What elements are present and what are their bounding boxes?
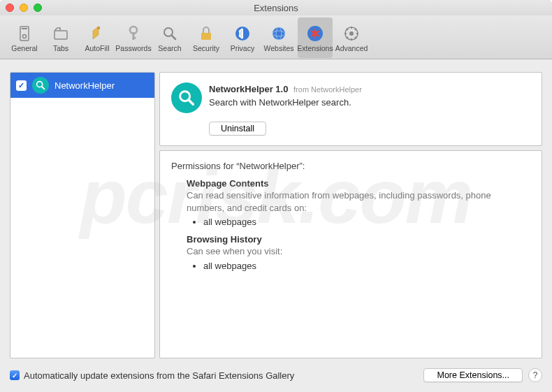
- permission-description: Can read sensitive information from webp…: [187, 189, 530, 214]
- svg-line-24: [347, 29, 348, 30]
- toolbar-label: AutoFill: [85, 44, 109, 52]
- window-title: Extensions: [0, 3, 552, 13]
- auto-update-checkbox-row[interactable]: ✓ Automatically update extensions from t…: [10, 370, 294, 381]
- extension-title: NetworkHelper 1.0: [209, 84, 288, 94]
- panels: ✓ NetworkHelper NetworkHelper 1.0: [10, 72, 542, 358]
- svg-line-25: [355, 37, 356, 38]
- preferences-window: Extensions General Tabs AutoFill Passwor…: [0, 0, 552, 392]
- extension-from: from NetworkHelper: [293, 85, 362, 94]
- security-icon: [196, 24, 216, 43]
- autofill-icon: [87, 24, 107, 43]
- svg-line-29: [42, 87, 44, 89]
- toolbar-label: Privacy: [231, 44, 254, 52]
- permission-description: Can see when you visit:: [187, 245, 530, 258]
- toolbar-label: Websites: [264, 44, 294, 52]
- general-icon: [15, 24, 34, 43]
- toolbar-security[interactable]: Security: [189, 17, 224, 58]
- help-button[interactable]: ?: [528, 368, 542, 382]
- permission-heading: Webpage Contents: [187, 178, 530, 189]
- svg-rect-7: [133, 37, 136, 39]
- permission-section-webpage-contents: Webpage Contents Can read sensitive info…: [187, 178, 530, 227]
- permission-list-item: all webpages: [203, 217, 530, 227]
- toolbar-autofill[interactable]: AutoFill: [80, 17, 115, 58]
- toolbar-websites[interactable]: Websites: [261, 17, 296, 58]
- extension-large-icon: [171, 82, 202, 113]
- extension-small-icon: [32, 77, 49, 94]
- extension-enable-checkbox[interactable]: ✓: [16, 80, 27, 91]
- toolbar-label: Extensions: [297, 44, 333, 52]
- permission-list-item: all webpages: [203, 261, 530, 271]
- titlebar: Extensions: [0, 0, 552, 15]
- svg-line-31: [189, 101, 194, 105]
- uninstall-button[interactable]: Uninstall: [209, 122, 266, 136]
- toolbar-advanced[interactable]: Advanced: [334, 17, 369, 58]
- websites-icon: [269, 24, 289, 43]
- svg-rect-10: [201, 33, 211, 40]
- svg-point-2: [23, 34, 27, 38]
- search-icon: [160, 24, 180, 43]
- toolbar-label: Search: [158, 44, 181, 52]
- svg-point-19: [349, 31, 354, 36]
- svg-rect-12: [239, 31, 242, 36]
- toolbar-passwords[interactable]: Passwords: [116, 17, 151, 58]
- privacy-icon: [233, 24, 252, 43]
- toolbar-label: Advanced: [335, 44, 368, 52]
- extensions-sidebar: ✓ NetworkHelper: [10, 72, 155, 358]
- advanced-icon: [342, 24, 361, 43]
- svg-rect-1: [22, 28, 27, 29]
- toolbar-tabs[interactable]: Tabs: [43, 17, 78, 58]
- extension-row-name: NetworkHelper: [55, 80, 115, 91]
- toolbar-label: Passwords: [115, 44, 151, 52]
- auto-update-label: Automatically update extensions from the…: [24, 370, 294, 381]
- permissions-header: Permissions for “NetworkHelper”:: [171, 161, 530, 171]
- svg-point-13: [273, 27, 285, 40]
- permission-list: all webpages: [203, 217, 530, 227]
- tabs-icon: [51, 24, 71, 43]
- svg-line-26: [347, 37, 348, 38]
- toolbar-label: General: [11, 44, 37, 52]
- svg-line-27: [355, 29, 356, 30]
- toolbar-extensions[interactable]: Extensions: [298, 17, 333, 58]
- extensions-icon: [305, 24, 325, 43]
- permission-list: all webpages: [203, 261, 530, 271]
- toolbar-general[interactable]: General: [7, 17, 42, 58]
- toolbar-search[interactable]: Search: [152, 17, 187, 58]
- preferences-toolbar: General Tabs AutoFill Passwords Search: [0, 15, 552, 59]
- toolbar-label: Tabs: [53, 44, 68, 52]
- more-extensions-button[interactable]: More Extensions...: [423, 368, 523, 382]
- permission-section-browsing-history: Browsing History Can see when you visit:…: [187, 234, 530, 271]
- permission-heading: Browsing History: [187, 234, 530, 245]
- toolbar-privacy[interactable]: Privacy: [225, 17, 260, 58]
- extension-row-networkhelper[interactable]: ✓ NetworkHelper: [10, 73, 154, 98]
- extension-info-box: NetworkHelper 1.0 from NetworkHelper Sea…: [159, 72, 542, 146]
- extension-description: Search with NetworkHelper search.: [209, 97, 362, 108]
- svg-rect-3: [55, 31, 67, 39]
- footer-bar: ✓ Automatically update extensions from t…: [10, 368, 542, 382]
- svg-rect-4: [97, 27, 100, 29]
- auto-update-checkbox[interactable]: ✓: [10, 370, 20, 380]
- permissions-box: Permissions for “NetworkHelper”: Webpage…: [159, 150, 542, 358]
- detail-panel: NetworkHelper 1.0 from NetworkHelper Sea…: [159, 72, 542, 358]
- passwords-icon: [124, 24, 143, 43]
- toolbar-label: Security: [193, 44, 219, 52]
- content-area: ✓ NetworkHelper NetworkHelper 1.0: [0, 59, 552, 392]
- svg-line-9: [172, 36, 175, 39]
